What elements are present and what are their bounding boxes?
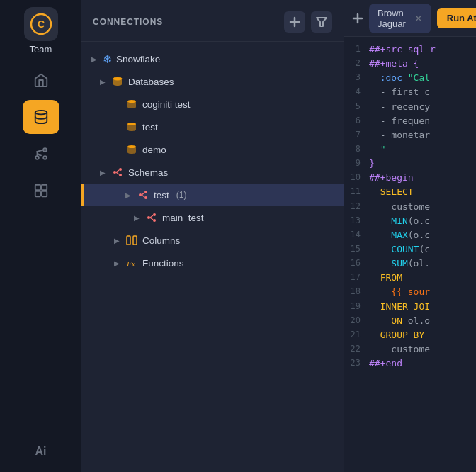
svg-rect-8 <box>35 185 40 190</box>
line-num-20: 20 <box>344 314 369 327</box>
line-num-4: 4 <box>344 85 369 99</box>
code-line-10: 10 ##+begin <box>344 171 476 185</box>
code-line-12: 12 custome <box>344 200 476 214</box>
functions-icon: Fx <box>125 257 138 269</box>
chevron-functions-icon: ▶ <box>113 259 121 267</box>
tree-item-main-test[interactable]: ▶ main_test <box>81 206 344 229</box>
line-content-22: custome <box>369 342 430 356</box>
code-line-18: 18 {{ sour <box>344 285 476 299</box>
db-instance-icon <box>125 98 138 111</box>
code-line-11: 11 SELECT <box>344 185 476 199</box>
sidebar: C Team <box>0 0 81 472</box>
app-container: C Team <box>0 0 476 472</box>
line-content-5: - recency <box>369 100 430 114</box>
chevron-schemas-icon: ▶ <box>98 169 107 176</box>
tree-label-test-schema: test <box>154 190 169 201</box>
sidebar-item-branches[interactable] <box>23 137 60 171</box>
svg-line-34 <box>150 218 153 220</box>
line-content-15: COUNT(c <box>369 242 430 257</box>
line-num-19: 19 <box>344 300 369 313</box>
tree-item-schemas[interactable]: ▶ Schemas <box>81 161 344 184</box>
editor-tab-brown-jaguar[interactable]: Brown Jaguar ✕ <box>369 4 431 33</box>
tree-item-columns[interactable]: ▶ Columns <box>81 229 344 252</box>
code-line-3: 3 :doc "Cal <box>344 71 476 85</box>
tab-close-icon[interactable]: ✕ <box>414 13 423 24</box>
svg-point-25 <box>139 193 142 196</box>
tree-item-test-db[interactable]: ▶ test <box>81 116 344 138</box>
line-num-9: 9 <box>344 157 369 170</box>
connections-panel: CONNECTIONS ▶ ❄ S <box>81 0 344 472</box>
code-line-1: 1 ##+src sql r <box>344 43 476 57</box>
code-editor[interactable]: 1 ##+src sql r 2 ##+meta { 3 :doc "Cal 4… <box>344 37 476 472</box>
line-num-6: 6 <box>344 114 369 128</box>
line-content-16: SUM(ol. <box>369 257 430 271</box>
line-num-18: 18 <box>344 285 369 298</box>
line-content-21: GROUP BY <box>369 328 424 342</box>
db-instance-icon-2 <box>125 120 138 133</box>
line-content-23: ##+end <box>369 356 402 371</box>
code-line-5: 5 - recency <box>344 100 476 114</box>
tree-item-snowflake[interactable]: ▶ ❄ Snowflake <box>81 47 344 70</box>
snowflake-icon: ❄ <box>103 52 112 66</box>
tree-label-demo: demo <box>142 145 166 155</box>
code-line-7: 7 - monetar <box>344 128 476 142</box>
line-content-13: MIN(o.c <box>369 214 430 228</box>
line-num-5: 5 <box>344 100 369 113</box>
svg-line-7 <box>37 150 43 152</box>
code-line-4: 4 - first c <box>344 85 476 99</box>
line-content-20: ON ol.o <box>369 314 430 328</box>
filter-button[interactable] <box>311 11 332 33</box>
db-instance-icon-3 <box>125 143 138 156</box>
line-content-8: " <box>369 142 385 157</box>
line-num-13: 13 <box>344 214 369 227</box>
line-content-2: ##+meta { <box>369 57 419 71</box>
svg-point-30 <box>147 216 150 219</box>
line-num-8: 8 <box>344 142 369 156</box>
code-line-20: 20 ON ol.o <box>344 314 476 328</box>
code-line-8: 8 " <box>344 142 476 157</box>
line-content-18: {{ sour <box>369 285 430 299</box>
line-content-11: SELECT <box>369 185 414 199</box>
line-content-3: :doc "Cal <box>369 71 430 85</box>
line-num-3: 3 <box>344 71 369 84</box>
tree-item-test-schema[interactable]: ▶ test (1) <box>81 184 344 206</box>
code-line-16: 16 SUM(ol. <box>344 257 476 271</box>
tree-item-functions[interactable]: ▶ Fx Functions <box>81 252 344 274</box>
sidebar-logo[interactable]: C <box>24 7 58 41</box>
svg-text:C: C <box>37 18 44 30</box>
svg-point-22 <box>119 174 122 176</box>
run-at-cursor-button[interactable]: Run At Cursor <box>437 8 476 28</box>
tree-label-main-test: main_test <box>162 213 204 223</box>
add-tab-button[interactable] <box>352 9 363 28</box>
connections-actions <box>284 11 332 33</box>
sidebar-item-database[interactable] <box>23 100 60 134</box>
svg-line-24 <box>116 172 119 174</box>
svg-text:Fx: Fx <box>126 259 135 268</box>
line-num-16: 16 <box>344 257 369 270</box>
add-connection-button[interactable] <box>284 11 305 33</box>
tree-item-databases[interactable]: ▶ Databases <box>81 70 344 93</box>
line-content-7: - monetar <box>369 128 430 142</box>
svg-point-26 <box>144 191 147 193</box>
sidebar-item-packages[interactable] <box>23 174 60 208</box>
line-num-1: 1 <box>344 43 369 56</box>
tree-label-functions: Functions <box>142 258 184 269</box>
tree-item-demo[interactable]: ▶ demo <box>81 138 344 161</box>
schema-group-icon <box>111 166 124 179</box>
svg-rect-11 <box>41 191 46 196</box>
chevron-down-icon: ▶ <box>90 55 98 63</box>
columns-icon <box>125 234 138 247</box>
schema-icon <box>137 189 149 201</box>
code-line-19: 19 INNER JOI <box>344 300 476 314</box>
svg-rect-35 <box>127 236 130 245</box>
sidebar-nav <box>0 63 81 208</box>
tree-item-coginiti-test[interactable]: ▶ coginiti test <box>81 93 344 116</box>
svg-rect-36 <box>133 236 137 245</box>
sidebar-item-home[interactable] <box>23 63 60 97</box>
code-line-22: 22 custome <box>344 342 476 356</box>
tree-label: Snowflake <box>116 54 160 64</box>
sidebar-ai-label[interactable]: Ai <box>35 445 47 458</box>
line-num-12: 12 <box>344 200 369 213</box>
code-line-6: 6 - frequen <box>344 114 476 128</box>
connections-title: CONNECTIONS <box>93 17 163 27</box>
